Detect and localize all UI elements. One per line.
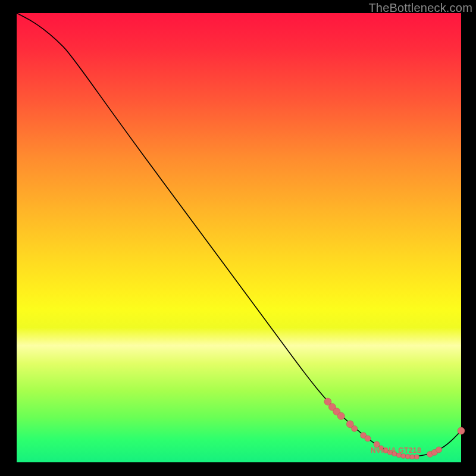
plot-area: NVIDIA GT218 [17,13,461,462]
watermark-text: TheBottleneck.com [368,1,472,15]
data-point [365,436,371,441]
data-point [414,455,419,459]
bottleneck-curve [17,13,461,456]
data-point [337,412,345,419]
data-point [352,425,358,431]
data-point [405,454,410,459]
chart-stage: NVIDIA GT218 TheBottleneck.com [0,0,476,476]
series-label: NVIDIA GT218 [371,446,421,455]
data-point [458,427,465,434]
chart-svg [17,13,461,462]
data-point [410,455,415,459]
data-point [436,447,442,453]
